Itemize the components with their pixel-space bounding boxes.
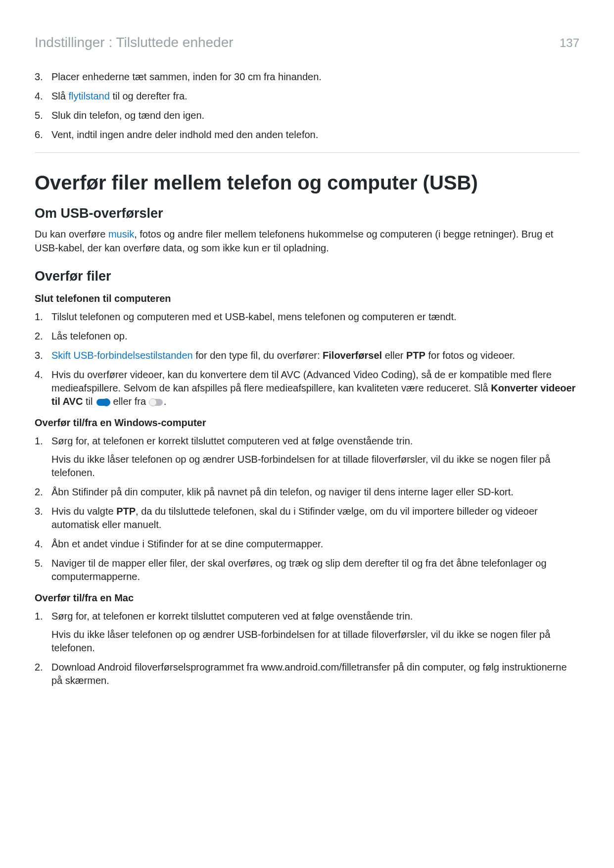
musik-link[interactable]: musik <box>108 229 134 240</box>
list-number: 5. <box>35 109 51 122</box>
text-fragment: til og derefter fra. <box>110 91 188 101</box>
list-number: 2. <box>35 661 51 687</box>
list-text: Lås telefonen op. <box>51 330 579 343</box>
text-fragment: Du kan overføre <box>35 229 108 240</box>
list-text: Hvis du valgte PTP, da du tilsluttede te… <box>51 505 579 531</box>
list-note: Hvis du ikke låser telefonen op og ændre… <box>51 628 579 655</box>
list-number: 4. <box>35 537 51 551</box>
text-fragment: for den type fil, du overfører: <box>193 350 323 361</box>
windows-list: 1. Sørg for, at telefonen er korrekt til… <box>35 434 579 583</box>
bold-text: Filoverførsel <box>323 350 382 361</box>
list-number: 3. <box>35 505 51 531</box>
list-text: Sluk din telefon, og tænd den igen. <box>51 109 579 122</box>
bold-text: PTP <box>116 506 136 517</box>
list-item: 5. Sluk din telefon, og tænd den igen. <box>35 109 579 122</box>
document-page: Indstillinger : Tilsluttede enheder 137 … <box>0 0 614 868</box>
breadcrumb: Indstillinger : Tilsluttede enheder <box>35 35 234 50</box>
list-item: 5. Naviger til de mapper eller filer, de… <box>35 557 579 583</box>
list-number: 5. <box>35 557 51 583</box>
toggle-off-icon <box>150 399 163 406</box>
section-heading: Overfør filer mellem telefon og computer… <box>35 172 579 194</box>
intro-list: 3. Placer enhederne tæt sammen, inden fo… <box>35 70 579 142</box>
page-header: Indstillinger : Tilsluttede enheder 137 <box>35 35 579 50</box>
list-item: 1. Sørg for, at telefonen er korrekt til… <box>35 610 579 655</box>
list-text: Placer enhederne tæt sammen, inden for 3… <box>51 70 579 84</box>
list-item: 2. Download Android filoverførselsprogra… <box>35 661 579 687</box>
list-item: 4. Åbn et andet vindue i Stifinder for a… <box>35 537 579 551</box>
about-paragraph: Du kan overføre musik, fotos og andre fi… <box>35 227 579 255</box>
list-item: 3. Placer enhederne tæt sammen, inden fo… <box>35 70 579 84</box>
list-item: 4. Hvis du overfører videoer, kan du kon… <box>35 368 579 408</box>
list-text: Sørg for, at telefonen er korrekt tilslu… <box>51 434 579 480</box>
bold-text: PTP <box>406 350 425 361</box>
text-fragment: Sørg for, at telefonen er korrekt tilslu… <box>51 435 413 446</box>
subsection-heading-about: Om USB-overførsler <box>35 206 579 221</box>
text-fragment: eller <box>382 350 406 361</box>
list-number: 3. <box>35 70 51 84</box>
list-item: 1. Tilslut telefonen og computeren med e… <box>35 310 579 324</box>
list-number: 4. <box>35 368 51 408</box>
list-number: 4. <box>35 90 51 103</box>
connect-list: 1. Tilslut telefonen og computeren med e… <box>35 310 579 408</box>
list-text: Hvis du overfører videoer, kan du konver… <box>51 368 579 408</box>
list-item: 4. Slå flytilstand til og derefter fra. <box>35 90 579 103</box>
list-number: 2. <box>35 485 51 499</box>
windows-heading: Overfør til/fra en Windows-computer <box>35 417 579 429</box>
text-fragment: Sørg for, at telefonen er korrekt tilslu… <box>51 611 413 622</box>
list-text: Skift USB-forbindelsestilstanden for den… <box>51 349 579 362</box>
list-text: Vent, indtil ingen andre deler indhold m… <box>51 128 579 142</box>
text-fragment: Hvis du valgte <box>51 506 116 517</box>
list-text: Tilslut telefonen og computeren med et U… <box>51 310 579 324</box>
list-number: 1. <box>35 310 51 324</box>
list-text: Åbn Stifinder på din computer, klik på n… <box>51 485 579 499</box>
list-item: 3. Hvis du valgte PTP, da du tilsluttede… <box>35 505 579 531</box>
list-text: Download Android filoverførselsprogramme… <box>51 661 579 687</box>
text-fragment: . <box>164 396 167 407</box>
list-number: 6. <box>35 128 51 142</box>
connect-heading: Slut telefonen til computeren <box>35 293 579 304</box>
text-fragment: eller fra <box>110 396 149 407</box>
list-item: 2. Lås telefonen op. <box>35 330 579 343</box>
list-note: Hvis du ikke låser telefonen op og ændre… <box>51 453 579 480</box>
list-text: Slå flytilstand til og derefter fra. <box>51 90 579 103</box>
list-number: 3. <box>35 349 51 362</box>
list-item: 1. Sørg for, at telefonen er korrekt til… <box>35 434 579 480</box>
mac-list: 1. Sørg for, at telefonen er korrekt til… <box>35 610 579 687</box>
flytilstand-link[interactable]: flytilstand <box>68 91 109 101</box>
text-fragment: for fotos og videoer. <box>425 350 515 361</box>
text-fragment: til <box>83 396 95 407</box>
section-divider <box>35 152 579 153</box>
list-text: Åbn et andet vindue i Stifinder for at s… <box>51 537 579 551</box>
list-text: Naviger til de mapper eller filer, der s… <box>51 557 579 583</box>
mac-heading: Overfør til/fra en Mac <box>35 592 579 604</box>
usb-mode-link[interactable]: Skift USB-forbindelsestilstanden <box>51 350 193 361</box>
toggle-on-icon <box>96 399 109 406</box>
list-item: 6. Vent, indtil ingen andre deler indhol… <box>35 128 579 142</box>
list-number: 1. <box>35 434 51 480</box>
list-item: 3. Skift USB-forbindelsestilstanden for … <box>35 349 579 362</box>
page-number: 137 <box>560 36 579 50</box>
list-number: 1. <box>35 610 51 655</box>
list-item: 2. Åbn Stifinder på din computer, klik p… <box>35 485 579 499</box>
subsection-heading-transfer: Overfør filer <box>35 269 579 284</box>
list-text: Sørg for, at telefonen er korrekt tilslu… <box>51 610 579 655</box>
text-fragment: Hvis du overfører videoer, kan du konver… <box>51 369 552 393</box>
list-number: 2. <box>35 330 51 343</box>
text-fragment: Slå <box>51 91 68 101</box>
